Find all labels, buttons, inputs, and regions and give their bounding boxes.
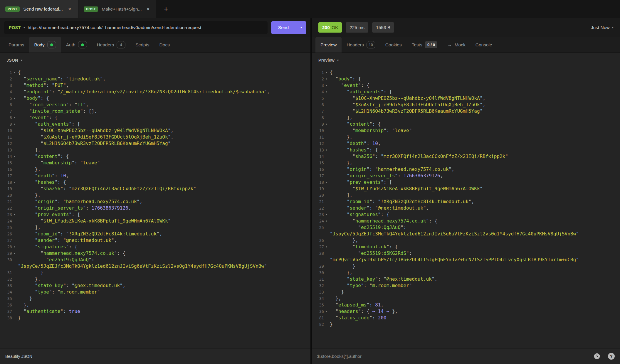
response-preview-editor[interactable]: 1▾{2▾ "body": {3▾ "event": {4▾ "auth_eve… [312,68,620,348]
line-number: 36 [1,302,12,308]
code-text: "depth": 10, [329,140,381,147]
fold-toggle-icon[interactable]: ▾ [324,179,329,186]
gutter: 30 [312,269,329,276]
fold-toggle-icon[interactable]: ▾ [324,121,329,127]
close-icon[interactable]: ✕ [67,6,73,12]
line-number: 25 [1,224,12,231]
code-line: 10 "$1OC-XnwPEOZ5bz--qUahdbz-y04lfWdV8gN… [0,127,310,134]
code-text: }, [17,166,41,173]
fold-toggle-icon[interactable]: ▾ [324,82,329,89]
gutter: 2 [0,76,17,82]
line-number: 32 [313,282,324,289]
code-line: 1▾{ [312,69,620,76]
code-text: "room_id": "!XRqZN3zQD2dtHc8I4k:timedout… [17,231,162,237]
fold-toggle-icon[interactable]: ▾ [12,95,17,102]
fold-toggle-icon[interactable]: ▾ [12,179,17,186]
history-clock-icon[interactable] [594,353,600,360]
code-text: "invite_room_state": [], [17,108,97,114]
tab-preview[interactable]: Preview [315,37,342,53]
chevron-down-icon: ▾ [23,26,25,29]
fold-toggle-icon[interactable]: ▾ [324,244,329,250]
tab-headers[interactable]: Headers4 [92,37,131,53]
send-options-dropdown[interactable]: ▾ [296,21,306,34]
code-line: 15 "membership": "leave" [0,160,310,166]
response-history-dropdown[interactable]: Just Now ▾ [591,25,614,30]
gutter: 34 [312,295,329,302]
code-text: "$L2H1N6O4b73wR3vzT2ODFR5RLB6KeaumRcYUGm… [17,140,171,147]
code-line: 1▾{ [0,69,310,76]
line-number: 17 [313,173,324,179]
fold-toggle-icon[interactable]: ▾ [12,211,17,218]
url-bar[interactable]: POST ▾ https://hammerhead.nexy7574.co.uk… [4,21,268,34]
line-number: 2 [1,76,12,82]
code-text: "JspyCe/5JqZEJfc3MqTkQ4Ygklz1ed612znJIvi… [329,231,579,237]
gutter: 38 [0,315,17,321]
tab-cookies[interactable]: Cookies [380,37,407,53]
body-type-label[interactable]: JSON [6,58,18,63]
preview-mode-label[interactable]: Preview [318,58,335,63]
fold-toggle-icon[interactable]: ▾ [12,244,17,250]
gutter: 1▾ [312,69,329,76]
line-number: 7 [1,108,12,114]
code-text: "endpoint": "/_matrix/federation/v2/invi… [17,89,270,95]
line-number: 34 [313,295,324,302]
fold-toggle-icon[interactable]: ▾ [12,153,17,160]
fold-toggle-icon[interactable]: ▾ [324,211,329,218]
gutter [312,257,329,263]
code-text: "sha256": "mzr3QXFQfi4n2l3acCCxOnFfzZ/x2… [329,153,508,160]
tab-tests[interactable]: Tests0 / 0 [407,37,442,53]
send-button[interactable]: Send [271,21,296,34]
fold-toggle-icon[interactable]: ▸ [324,308,329,315]
request-body-editor[interactable]: 1▾{2 "server_name": "timedout.uk",3 "met… [0,68,310,348]
tab-console[interactable]: Console [471,37,497,53]
method-selector[interactable]: POST [9,25,21,30]
code-line: 21 "room_id": "!XRqZN3zQD2dtHc8I4k:timed… [312,198,620,205]
request-tab-send-raw-federation[interactable]: POST Send raw federati... ✕ [0,0,78,18]
tab-docs[interactable]: Docs [154,37,175,53]
code-line: 4▾ "auth_events": [ [312,89,620,95]
code-line: 37 "authenticate": true [0,308,310,315]
code-line: 7 "$L2H1N6O4b73wR3vzT2ODFR5RLB6KeaumRcYU… [312,108,620,114]
send-button-group: Send ▾ [271,21,306,34]
beautify-json-button[interactable]: Beautify JSON [5,354,32,359]
code-line: 13 ], [0,147,310,153]
gutter: 8 [312,114,329,121]
fold-toggle-icon[interactable]: ▾ [12,114,17,121]
line-number: 26 [313,237,324,244]
jsonpath-filter-input[interactable] [317,354,586,359]
fold-toggle-icon[interactable]: ▾ [12,250,17,257]
close-icon[interactable]: ✕ [145,6,151,12]
gutter: 12 [0,140,17,147]
tab-headers[interactable]: Headers10 [342,37,380,53]
fold-toggle-icon[interactable]: ▾ [324,218,329,224]
tab-label: Console [475,42,492,48]
code-line: 12 "$L2H1N6O4b73wR3vzT2ODFR5RLB6KeaumRcY… [0,140,310,147]
tab-scripts[interactable]: Scripts [130,37,154,53]
gutter [0,263,17,269]
code-line: 35 "elapsed_ms": 81, [312,302,620,308]
url-input[interactable]: https://hammerhead.nexy7574.co.uk/_hamme… [28,25,201,30]
tab-auth[interactable]: Auth [61,37,92,53]
fold-toggle-icon[interactable]: ▾ [324,76,329,82]
code-line: 18▾ "prev_events": [ [312,179,620,186]
request-tab-make-hash-sign[interactable]: POST Make+Hash+Sign... ✕ [78,0,156,18]
help-icon[interactable]: ? [608,353,615,360]
code-line: 17 "origin_server_ts": 1766386379126, [312,173,620,179]
code-text: "$tW_LYudsZNiKeA-xkK8BPptuTt_9geWHmAn67A… [17,218,171,224]
fold-toggle-icon[interactable]: ▾ [12,121,17,127]
code-line: "JspyCe/5JqZEJfc3MqTkQ4Ygklz1ed612znJIvi… [0,263,310,269]
fold-toggle-icon[interactable]: ▾ [324,147,329,153]
arrow-right-icon: → [447,42,452,48]
line-number: 82 [313,321,324,328]
fold-toggle-icon[interactable]: ▾ [12,69,17,76]
fold-toggle-icon[interactable]: ▾ [324,69,329,76]
tab-body[interactable]: Body [29,37,61,53]
fold-toggle-icon[interactable]: ▾ [324,89,329,95]
code-line: 4 "endpoint": "/_matrix/federation/v2/in… [0,89,310,95]
gutter: 10 [0,127,17,134]
new-tab-button[interactable]: + [161,4,171,14]
line-number: 38 [1,315,12,321]
tab-mock[interactable]: →Mock [442,37,471,53]
tab-params[interactable]: Params [4,37,29,53]
line-number: 33 [1,282,12,289]
